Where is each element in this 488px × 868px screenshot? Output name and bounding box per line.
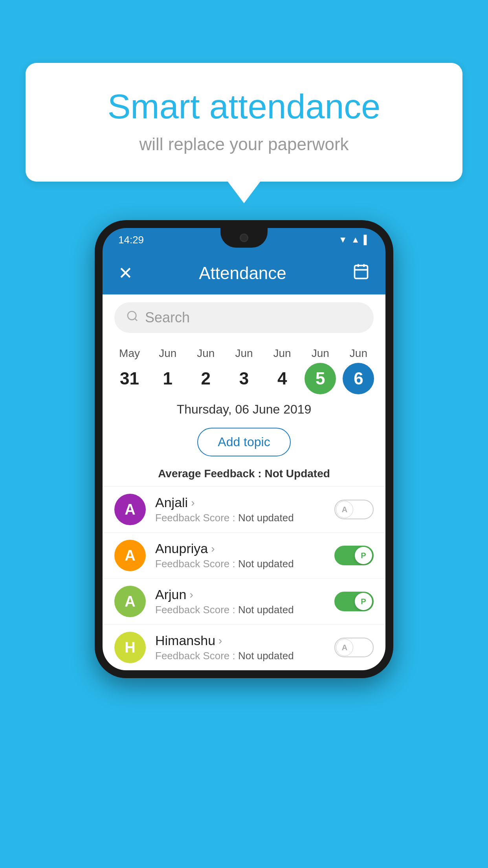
- svg-line-5: [135, 318, 137, 321]
- student-info: Himanshu ›Feedback Score : Not updated: [155, 633, 325, 662]
- attendance-toggle[interactable]: P: [334, 592, 374, 611]
- toggle-container[interactable]: A: [334, 500, 374, 519]
- chevron-icon: ›: [211, 542, 215, 555]
- avatar: A: [114, 494, 146, 525]
- svg-rect-0: [355, 265, 368, 278]
- calendar-day[interactable]: Jun4: [266, 347, 298, 394]
- sub-title: will replace your paperwork: [57, 134, 431, 154]
- toggle-container[interactable]: P: [334, 592, 374, 611]
- cal-month-label: Jun: [235, 347, 253, 360]
- cal-month-label: Jun: [197, 347, 215, 360]
- status-time: 14:29: [118, 234, 144, 246]
- cal-date-number: 4: [266, 363, 298, 394]
- status-bar: 14:29 ▼ ▲ ▌: [103, 228, 385, 252]
- student-feedback: Feedback Score : Not updated: [155, 604, 325, 616]
- phone-camera: [240, 234, 248, 242]
- feedback-value: Not updated: [238, 512, 294, 524]
- avg-feedback-value: Not Updated: [264, 467, 330, 480]
- student-feedback: Feedback Score : Not updated: [155, 650, 325, 662]
- search-icon: [126, 310, 139, 326]
- main-title: Smart attendance: [57, 86, 431, 127]
- feedback-value: Not updated: [238, 558, 294, 570]
- chevron-icon: ›: [191, 497, 194, 509]
- calendar-day[interactable]: Jun2: [190, 347, 222, 394]
- cal-month-label: Jun: [159, 347, 176, 360]
- calendar-day[interactable]: May31: [114, 347, 145, 394]
- app-screen: ✕ Attendance: [103, 252, 385, 670]
- avatar: A: [114, 586, 146, 617]
- student-name: Anupriya ›: [155, 541, 325, 556]
- attendance-toggle[interactable]: A: [334, 638, 374, 657]
- student-feedback: Feedback Score : Not updated: [155, 512, 325, 524]
- signal-icon: ▲: [351, 235, 360, 245]
- status-icons: ▼ ▲ ▌: [339, 235, 370, 245]
- toggle-container[interactable]: A: [334, 638, 374, 657]
- avg-feedback: Average Feedback : Not Updated: [103, 463, 385, 486]
- attendance-toggle[interactable]: P: [334, 546, 374, 565]
- toggle-thumb: A: [336, 639, 353, 656]
- feedback-value: Not updated: [238, 650, 294, 662]
- close-button[interactable]: ✕: [118, 263, 133, 283]
- student-info: Anupriya ›Feedback Score : Not updated: [155, 541, 325, 570]
- calendar-day[interactable]: Jun1: [152, 347, 183, 394]
- toggle-thumb: P: [355, 593, 372, 610]
- search-bar[interactable]: Search: [114, 302, 374, 333]
- cal-month-label: Jun: [273, 347, 291, 360]
- calendar-strip: May31Jun1Jun2Jun3Jun4Jun5Jun6: [103, 341, 385, 394]
- cal-date-number: 1: [152, 363, 183, 394]
- battery-icon: ▌: [363, 235, 370, 245]
- selected-date: Thursday, 06 June 2019: [103, 394, 385, 421]
- student-list: AAnjali ›Feedback Score : Not updatedAAA…: [103, 486, 385, 670]
- svg-point-4: [128, 311, 136, 320]
- calendar-day[interactable]: Jun6: [343, 347, 374, 394]
- app-header: ✕ Attendance: [103, 252, 385, 294]
- student-name: Himanshu ›: [155, 633, 325, 648]
- cal-date-number: 5: [305, 363, 336, 394]
- cal-date-number: 3: [228, 363, 260, 394]
- cal-date-number: 2: [190, 363, 222, 394]
- student-name: Anjali ›: [155, 495, 325, 510]
- speech-bubble-wrapper: Smart attendance will replace your paper…: [26, 63, 462, 182]
- calendar-icon[interactable]: [352, 263, 370, 283]
- toggle-thumb: P: [355, 547, 372, 564]
- avatar: A: [114, 540, 146, 571]
- phone-wrapper: 14:29 ▼ ▲ ▌ ✕ Attendance: [95, 220, 393, 678]
- chevron-icon: ›: [218, 634, 222, 647]
- phone: 14:29 ▼ ▲ ▌ ✕ Attendance: [95, 220, 393, 678]
- phone-notch: [220, 228, 268, 248]
- cal-month-label: Jun: [350, 347, 367, 360]
- student-row[interactable]: HHimanshu ›Feedback Score : Not updatedA: [103, 624, 385, 670]
- student-feedback: Feedback Score : Not updated: [155, 558, 325, 570]
- feedback-value: Not updated: [238, 604, 294, 616]
- student-name: Arjun ›: [155, 587, 325, 602]
- speech-bubble: Smart attendance will replace your paper…: [26, 63, 462, 182]
- cal-date-number: 31: [114, 363, 145, 394]
- toggle-thumb: A: [336, 501, 353, 518]
- cal-month-label: May: [119, 347, 140, 360]
- calendar-day[interactable]: Jun3: [228, 347, 260, 394]
- student-row[interactable]: AArjun ›Feedback Score : Not updatedP: [103, 578, 385, 624]
- chevron-icon: ›: [189, 588, 193, 601]
- wifi-icon: ▼: [339, 235, 347, 245]
- student-info: Anjali ›Feedback Score : Not updated: [155, 495, 325, 524]
- student-info: Arjun ›Feedback Score : Not updated: [155, 587, 325, 616]
- student-row[interactable]: AAnjali ›Feedback Score : Not updatedA: [103, 486, 385, 532]
- student-row[interactable]: AAnupriya ›Feedback Score : Not updatedP: [103, 532, 385, 578]
- app-title: Attendance: [199, 263, 286, 283]
- avatar: H: [114, 632, 146, 663]
- search-placeholder: Search: [145, 309, 190, 326]
- avg-feedback-label: Average Feedback :: [158, 467, 264, 480]
- toggle-container[interactable]: P: [334, 546, 374, 565]
- cal-month-label: Jun: [312, 347, 329, 360]
- cal-date-number: 6: [343, 363, 374, 394]
- add-topic-button[interactable]: Add topic: [197, 428, 290, 456]
- calendar-day[interactable]: Jun5: [305, 347, 336, 394]
- attendance-toggle[interactable]: A: [334, 500, 374, 519]
